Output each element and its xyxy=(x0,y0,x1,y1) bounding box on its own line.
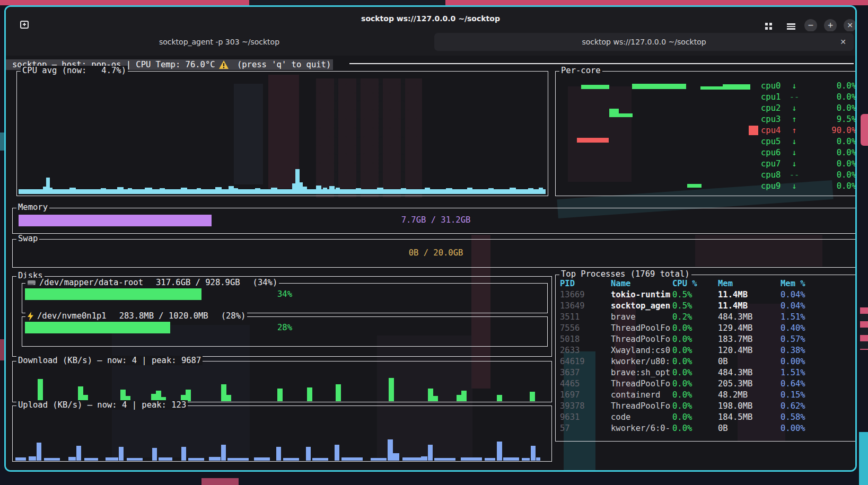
wallpaper-strip xyxy=(0,0,249,5)
core-usage-value: 0.0% xyxy=(803,147,856,158)
swap-title: Swap xyxy=(16,234,39,243)
chart-bar xyxy=(528,188,533,194)
process-memp: 1.51% xyxy=(781,312,857,323)
minimize-button[interactable]: − xyxy=(804,19,817,32)
chart-bar xyxy=(425,188,430,194)
core-name: cpu0 xyxy=(761,81,785,92)
process-mem: 120.4MB xyxy=(718,345,781,356)
chart-bar xyxy=(68,457,76,461)
chart-bar xyxy=(434,458,455,461)
process-mem: 184.5MB xyxy=(718,412,781,423)
chart-bar xyxy=(510,188,516,194)
chart-bar xyxy=(433,396,438,401)
process-cpu: 0.0% xyxy=(672,390,718,401)
terminal-content: socktop — host: pop-os | CPU Temp: 76.0°… xyxy=(6,56,855,470)
process-mem: 129.4MB xyxy=(718,323,781,334)
core-trend-arrow-icon: ↓ xyxy=(785,147,803,158)
chart-bar xyxy=(446,188,452,194)
core-usage-value: 9.5% xyxy=(803,114,856,125)
process-name: ThreadPoolFo xyxy=(611,401,672,412)
disk-data-root-panel: /dev/mapper/data-root317.6GB / 928.9GB(3… xyxy=(22,283,548,313)
process-pid: 4465 xyxy=(560,378,611,390)
process-row: 1697containerd0.0%48.2MB0.15% xyxy=(556,390,857,401)
core-name: cpu9 xyxy=(761,181,785,192)
tab-socktop-agent[interactable]: socktop_agent -p 303 ~/socktop xyxy=(6,31,433,56)
process-row: 5018ThreadPoolFo0.0%183.7MB0.57% xyxy=(556,334,857,345)
close-button[interactable]: × xyxy=(844,19,856,32)
swap-panel: Swap 0B / 20.0GB xyxy=(12,239,857,268)
wallpaper-smudge xyxy=(201,478,239,485)
download-chart xyxy=(13,367,551,401)
core-trend-arrow-icon: ↓ xyxy=(785,158,803,170)
upload-chart xyxy=(13,412,551,461)
wallpaper-strip xyxy=(445,0,868,5)
core-usage-value: 0.0% xyxy=(803,92,856,103)
core-trend-arrow-icon: ↓ xyxy=(785,136,803,147)
tab-socktop[interactable]: socktop ws://127.0.0.0 ~/socktop ✕ xyxy=(434,33,854,51)
chart-bar xyxy=(467,188,472,194)
core-history-bar xyxy=(632,84,686,89)
per-core-title: Per-core xyxy=(559,66,602,75)
cpu-baseline xyxy=(19,189,546,194)
process-mem: 48.2MB xyxy=(718,390,781,401)
desktop: socktop ws://127.0.0.0 ~/socktop − + × s… xyxy=(0,0,868,485)
process-cpu: 0.5% xyxy=(672,289,718,301)
chart-bar xyxy=(329,186,335,194)
chart-bar xyxy=(356,188,361,194)
chart-bar xyxy=(29,456,36,461)
process-mem: 484.3MB xyxy=(718,367,781,378)
wallpaper-bit xyxy=(0,133,4,151)
process-pid: 7556 xyxy=(560,323,611,334)
download-title: Download (KB/s) — now: 4 | peak: 9687 xyxy=(16,356,203,365)
chart-bar xyxy=(128,188,132,194)
maximize-button[interactable]: + xyxy=(824,19,837,32)
core-row: cpu4↑90.0% xyxy=(747,125,856,136)
core-row: cpu5↓0.0% xyxy=(747,136,856,147)
process-name: code xyxy=(611,412,672,423)
process-name: Xwayland:cs0 xyxy=(611,345,672,356)
chart-bar xyxy=(531,446,536,461)
core-history-bar xyxy=(700,86,726,90)
core-trend-arrow-icon: ↓ xyxy=(785,103,803,114)
core-usage-value: 0.0% xyxy=(803,81,856,92)
process-mem: 11.4MB xyxy=(718,301,781,312)
processes-title: Top Processes (1769 total) xyxy=(559,269,691,279)
chart-bar xyxy=(323,188,327,194)
process-name: ThreadPoolFo xyxy=(611,378,672,390)
chart-bar xyxy=(402,457,424,461)
process-pid: 3511 xyxy=(560,312,611,323)
chart-bar xyxy=(401,188,406,194)
swap-value: 0B / 20.0GB xyxy=(13,248,857,258)
core-usage-value: 0.0% xyxy=(803,158,856,170)
chart-bar xyxy=(119,447,124,461)
process-mem: 183.7MB xyxy=(718,334,781,345)
chart-bar xyxy=(488,188,494,194)
chart-bar xyxy=(389,378,394,401)
hamburger-menu-icon[interactable] xyxy=(787,23,795,29)
core-row: cpu9↓0.0% xyxy=(747,181,856,192)
grid-menu-icon[interactable] xyxy=(765,23,772,30)
process-memp: 0.15% xyxy=(781,390,857,401)
per-core-list: cpu0↓0.0%cpu1--0.0%cpu2↓0.0%cpu3↑9.5%cpu… xyxy=(747,81,856,192)
core-usage-value: 90.0% xyxy=(803,125,856,136)
header-rule xyxy=(349,63,854,64)
chart-bar xyxy=(69,188,76,194)
process-pid: 3637 xyxy=(560,367,611,378)
titlebar: socktop ws://127.0.0.0 ~/socktop − + × xyxy=(6,7,855,31)
process-name: tokio-runtim xyxy=(611,289,672,301)
core-trend-arrow-icon: ↓ xyxy=(785,181,803,192)
core-name: cpu2 xyxy=(761,103,785,114)
process-row: 13649socktop_agen0.5%11.4MB0.04% xyxy=(556,301,857,312)
chart-bar xyxy=(457,395,461,401)
tab-close-icon[interactable]: ✕ xyxy=(840,33,846,51)
chart-bar xyxy=(503,457,519,461)
chart-bar xyxy=(421,456,427,461)
process-memp: 0.57% xyxy=(781,334,857,345)
process-name: brave:sh_opt xyxy=(611,367,672,378)
process-memp: 0.04% xyxy=(781,301,857,312)
chart-bar xyxy=(522,458,530,461)
terminal-window: socktop ws://127.0.0.0 ~/socktop − + × s… xyxy=(4,5,857,472)
process-row: 64619kworker/u80:0.0%0B0.00% xyxy=(556,356,857,367)
core-trend-arrow-icon: ↑ xyxy=(785,114,803,125)
process-memp: 0.58% xyxy=(781,412,857,423)
